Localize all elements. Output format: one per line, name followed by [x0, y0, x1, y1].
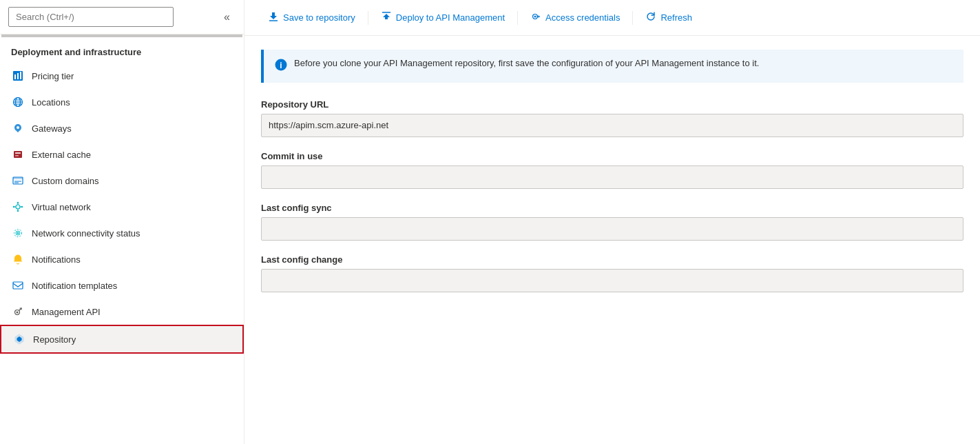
svg-rect-10 — [14, 151, 22, 158]
sidebar-label-virtual-network: Virtual network — [32, 202, 91, 212]
sidebar-label-pricing-tier: Pricing tier — [32, 71, 74, 81]
repo-url-label: Repository URL — [261, 99, 963, 110]
svg-rect-29 — [13, 282, 23, 289]
refresh-icon — [645, 11, 656, 24]
sidebar-item-custom-domains[interactable]: Custom domains — [0, 168, 244, 194]
svg-point-9 — [17, 126, 19, 129]
info-message: Before you clone your API Management rep… — [294, 58, 759, 68]
notifications-icon — [11, 252, 25, 266]
collapse-button[interactable]: « — [218, 8, 236, 26]
sidebar-item-repository[interactable]: Repository — [0, 325, 244, 354]
domains-icon — [11, 174, 25, 188]
sidebar-label-external-cache: External cache — [32, 150, 91, 160]
commit-label: Commit in use — [261, 151, 963, 161]
sidebar-label-notification-templates: Notification templates — [32, 281, 117, 291]
search-input[interactable] — [8, 7, 174, 27]
main-content: Save to repository Deploy to API Managem… — [244, 0, 980, 444]
svg-point-24 — [13, 206, 14, 208]
gateways-icon — [11, 121, 25, 135]
sidebar-item-virtual-network[interactable]: Virtual network — [0, 194, 244, 220]
sidebar-item-locations[interactable]: Locations — [0, 89, 244, 115]
save-to-repository-button[interactable]: Save to repository — [258, 7, 365, 28]
svg-rect-14 — [13, 177, 23, 179]
sidebar-label-custom-domains: Custom domains — [32, 176, 99, 186]
repo-url-value: https://apim.scm.azure-api.net — [261, 114, 963, 137]
repo-url-group: Repository URL https://apim.scm.azure-ap… — [261, 99, 963, 137]
last-sync-value — [261, 217, 963, 241]
svg-rect-12 — [15, 155, 19, 157]
commit-group: Commit in use — [261, 151, 963, 189]
last-sync-label: Last config sync — [261, 203, 963, 213]
refresh-button[interactable]: Refresh — [636, 7, 702, 28]
credentials-label: Access credentials — [545, 12, 620, 23]
svg-text:i: i — [280, 61, 282, 70]
save-icon — [268, 11, 279, 24]
svg-point-23 — [17, 210, 19, 212]
deploy-icon — [381, 11, 392, 24]
last-sync-group: Last config sync — [261, 203, 963, 241]
svg-point-25 — [21, 206, 23, 208]
locations-icon — [11, 95, 25, 109]
svg-rect-1 — [14, 74, 16, 79]
toolbar-divider-3 — [632, 11, 633, 25]
repository-icon — [12, 332, 26, 346]
svg-point-17 — [16, 205, 20, 209]
sidebar-label-notifications: Notifications — [32, 254, 81, 265]
connectivity-icon — [11, 226, 25, 240]
save-label: Save to repository — [283, 12, 355, 23]
svg-point-28 — [17, 232, 19, 234]
sidebar-label-management-api: Management API — [32, 307, 101, 317]
sidebar-label-repository: Repository — [33, 334, 76, 345]
svg-rect-2 — [17, 73, 19, 79]
last-change-value — [261, 269, 963, 292]
commit-value — [261, 165, 963, 189]
info-icon: i — [275, 59, 287, 74]
sidebar-label-network-connectivity: Network connectivity status — [32, 228, 140, 239]
svg-rect-11 — [15, 152, 21, 154]
deploy-label: Deploy to API Management — [396, 12, 505, 23]
content-area: i Before you clone your API Management r… — [244, 36, 980, 444]
credentials-icon — [530, 11, 541, 24]
sidebar-item-management-api[interactable]: Management API — [0, 299, 244, 325]
sidebar-item-external-cache[interactable]: External cache — [0, 141, 244, 168]
sidebar: « Deployment and infrastructure Pricing … — [0, 0, 244, 444]
network-icon — [11, 200, 25, 214]
sidebar-scroll: Deployment and infrastructure Pricing ti… — [0, 34, 244, 444]
sidebar-label-locations: Locations — [32, 97, 70, 108]
svg-rect-3 — [20, 72, 21, 79]
toolbar-divider-2 — [517, 11, 518, 25]
sidebar-item-gateways[interactable]: Gateways — [0, 115, 244, 141]
svg-point-22 — [17, 202, 19, 203]
last-change-group: Last config change — [261, 254, 963, 292]
deploy-button[interactable]: Deploy to API Management — [371, 7, 514, 28]
cache-icon — [11, 148, 25, 161]
access-credentials-button[interactable]: Access credentials — [521, 7, 629, 28]
svg-point-31 — [17, 312, 19, 314]
svg-point-35 — [534, 16, 536, 18]
sidebar-label-gateways: Gateways — [32, 123, 72, 134]
sidebar-item-pricing-tier[interactable]: Pricing tier — [0, 63, 244, 89]
templates-icon — [11, 279, 25, 292]
sidebar-item-network-connectivity[interactable]: Network connectivity status — [0, 220, 244, 246]
pricing-icon — [11, 69, 25, 83]
management-icon — [11, 305, 25, 319]
toolbar: Save to repository Deploy to API Managem… — [244, 0, 980, 36]
sidebar-item-notification-templates[interactable]: Notification templates — [0, 272, 244, 299]
refresh-label: Refresh — [660, 12, 692, 23]
info-banner: i Before you clone your API Management r… — [261, 50, 963, 83]
toolbar-divider-1 — [368, 11, 368, 25]
last-change-label: Last config change — [261, 254, 963, 265]
section-title: Deployment and infrastructure — [0, 37, 244, 63]
search-area: « — [0, 0, 244, 34]
sidebar-item-notifications[interactable]: Notifications — [0, 246, 244, 272]
